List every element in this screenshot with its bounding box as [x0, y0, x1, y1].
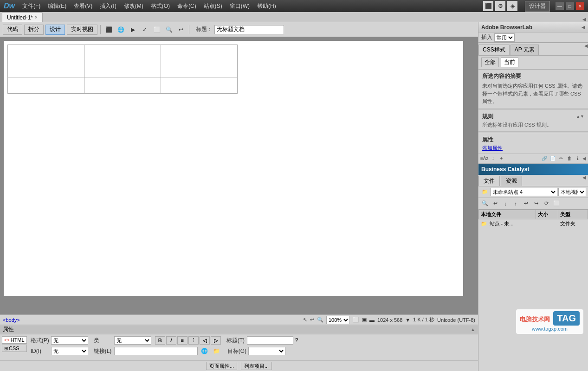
- tab-untitled[interactable]: Untitled-1* ×: [2, 13, 43, 22]
- link-css-icon[interactable]: 🔗: [541, 155, 548, 162]
- delete-css-icon[interactable]: 🗑: [566, 155, 573, 162]
- files-sync-btn[interactable]: ⟳: [542, 199, 551, 208]
- check-page-icon[interactable]: ⬜: [152, 25, 162, 35]
- sort-az-icon[interactable]: ↕: [490, 155, 497, 162]
- bold-button[interactable]: B: [155, 336, 165, 345]
- files-collapse-icon[interactable]: ◀: [582, 175, 586, 186]
- target-select[interactable]: [248, 347, 285, 355]
- current-tab[interactable]: 当前: [501, 58, 518, 67]
- table-cell[interactable]: [8, 45, 84, 61]
- table-cell[interactable]: [8, 77, 84, 94]
- table-cell[interactable]: [8, 61, 84, 77]
- files-folder-icon[interactable]: 📁: [480, 187, 490, 197]
- view-select[interactable]: 本地视图: [558, 188, 586, 196]
- files-expand-btn[interactable]: ⬜: [552, 199, 561, 208]
- ap-elements-tab[interactable]: AP 元素: [510, 45, 539, 55]
- outdent-btn[interactable]: ◁: [200, 336, 210, 345]
- validate-icon[interactable]: ✓: [140, 25, 150, 35]
- title-field-prop[interactable]: [247, 336, 293, 345]
- zoom-icon[interactable]: 🔍: [164, 25, 174, 35]
- select-tool-icon[interactable]: ↖: [303, 317, 307, 323]
- live-view-btn[interactable]: 实时视图: [67, 25, 97, 35]
- code-view-btn[interactable]: 代码: [3, 25, 22, 35]
- menu-file[interactable]: 文件(F): [19, 1, 44, 11]
- class-select[interactable]: 无: [114, 336, 151, 345]
- demo-table[interactable]: [7, 45, 238, 94]
- menu-command[interactable]: 命令(C): [174, 1, 200, 11]
- files-search-btn[interactable]: 🔍: [480, 199, 490, 208]
- add-property-icon[interactable]: +: [498, 155, 505, 162]
- menu-edit[interactable]: 编辑(E): [44, 1, 70, 11]
- css-mode-tab[interactable]: ⊞ CSS: [2, 345, 27, 352]
- zoom-icon-small[interactable]: 🔍: [317, 317, 323, 323]
- italic-button[interactable]: I: [166, 336, 176, 345]
- id-select[interactable]: 无: [51, 347, 88, 355]
- css-toolbar-collapse[interactable]: ◀: [582, 156, 586, 161]
- menu-window[interactable]: 窗口(W): [226, 1, 253, 11]
- business-catalyst-panel[interactable]: Business Catalyst: [478, 164, 588, 175]
- edit-css-icon[interactable]: ✏: [557, 155, 565, 162]
- link-field[interactable]: [114, 347, 198, 355]
- panel-collapse-icon[interactable]: ◀: [582, 17, 586, 22]
- window-size-icon[interactable]: ⬜: [353, 317, 359, 323]
- col-type[interactable]: 类型: [558, 210, 588, 219]
- menu-format[interactable]: 格式(O): [147, 1, 174, 11]
- format-select[interactable]: 无: [51, 336, 88, 345]
- info-css-icon[interactable]: ℹ: [574, 155, 582, 162]
- insert-dropdown[interactable]: 常用: [494, 33, 515, 42]
- files-refresh-btn[interactable]: ↩: [491, 199, 500, 208]
- files-checkout-btn[interactable]: ↪: [531, 199, 541, 208]
- link-browse-btn[interactable]: 🌐: [200, 346, 210, 356]
- files-upload-btn[interactable]: ↑: [511, 199, 520, 208]
- table-cell[interactable]: [161, 61, 238, 77]
- browserlab-collapse-icon[interactable]: ◀: [582, 25, 585, 30]
- undo-icon[interactable]: ↩: [310, 317, 314, 323]
- col-size[interactable]: 大小: [536, 210, 558, 219]
- debug-icon[interactable]: ▶: [128, 25, 138, 35]
- menu-site[interactable]: 站点(S): [200, 1, 226, 11]
- zoom-select[interactable]: 100%: [326, 316, 350, 324]
- minimize-button[interactable]: —: [556, 2, 564, 10]
- files-download-btn[interactable]: ↓: [501, 199, 510, 208]
- site-select[interactable]: 未命名站点 4: [491, 188, 557, 196]
- window-full-icon[interactable]: ▣: [362, 317, 367, 323]
- table-cell[interactable]: [161, 45, 238, 61]
- browser-preview-icon[interactable]: 🌐: [116, 25, 126, 35]
- link-folder-btn[interactable]: 📁: [212, 346, 222, 356]
- maximize-button[interactable]: □: [566, 2, 574, 10]
- menu-insert[interactable]: 插入(I): [96, 1, 120, 11]
- col-local-file[interactable]: 本地文件: [479, 210, 536, 219]
- files-checkin-btn[interactable]: ↩: [521, 199, 530, 208]
- design-view-btn[interactable]: 设计: [45, 25, 65, 35]
- add-attribute-link[interactable]: 添加属性: [482, 145, 503, 151]
- file-mgmt-icon[interactable]: ⬛: [103, 25, 114, 35]
- rules-expand-icon[interactable]: ▲▼: [576, 114, 584, 119]
- css-panel-collapse[interactable]: ◀: [584, 43, 588, 55]
- menu-modify[interactable]: 修改(M): [120, 1, 147, 11]
- table-cell[interactable]: [84, 45, 161, 61]
- css-styles-tab[interactable]: CSS样式: [478, 45, 510, 55]
- title-field-input[interactable]: [214, 25, 284, 34]
- assets-tab[interactable]: 资源: [501, 176, 522, 186]
- properties-collapse-icon[interactable]: ▲: [471, 327, 475, 332]
- unordered-list-btn[interactable]: ≡: [177, 336, 187, 345]
- list-item[interactable]: 📁 站点 - 未... 文件夹: [479, 219, 588, 228]
- page-properties-btn[interactable]: 页面属性...: [206, 362, 237, 370]
- new-css-icon[interactable]: 📄: [549, 155, 556, 162]
- indent-btn[interactable]: ▷: [211, 336, 221, 345]
- design-canvas[interactable]: [0, 37, 478, 314]
- icon-extra[interactable]: ◈: [507, 1, 517, 11]
- close-button[interactable]: ×: [576, 2, 584, 10]
- html-mode-tab[interactable]: <> HTML: [2, 336, 27, 344]
- status-tag[interactable]: <body>: [3, 317, 20, 323]
- design-mode-button[interactable]: 设计器: [525, 1, 550, 12]
- menu-help[interactable]: 帮助(H): [253, 1, 280, 11]
- table-cell[interactable]: [84, 61, 161, 77]
- table-cell[interactable]: [84, 77, 161, 94]
- tab-close-btn[interactable]: ×: [35, 15, 38, 20]
- icon-toolbar-icons[interactable]: ⬛: [483, 1, 493, 11]
- files-tab[interactable]: 文件: [478, 176, 500, 186]
- window-split-icon[interactable]: ▬: [369, 317, 375, 323]
- ordered-list-btn[interactable]: ⋮: [188, 336, 199, 345]
- refresh-icon[interactable]: ↩: [176, 25, 186, 35]
